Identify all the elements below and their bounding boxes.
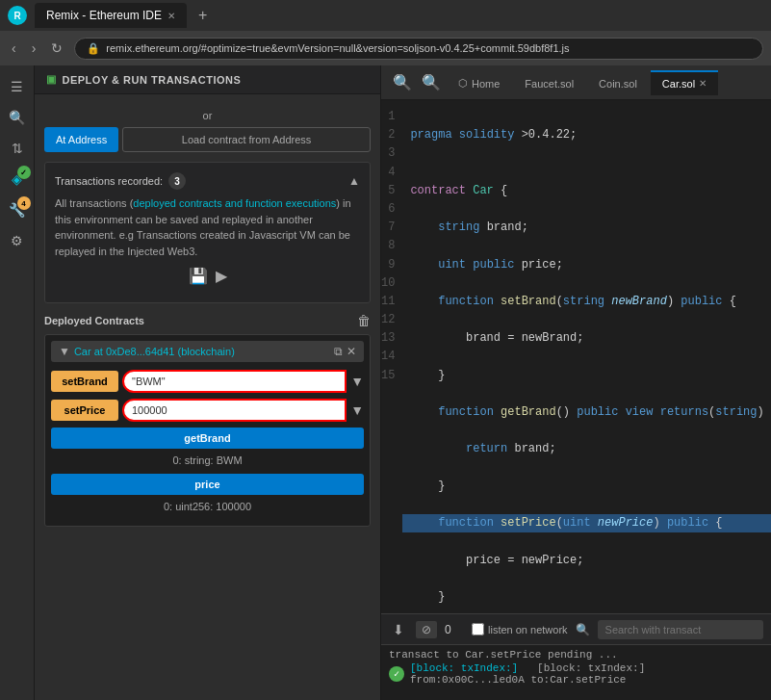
browser-tab-label: Remix - Ethereum IDE <box>46 9 162 22</box>
delete-all-contracts-icon[interactable]: 🗑 <box>357 313 371 328</box>
search-input[interactable] <box>598 620 763 639</box>
zoom-out-button[interactable]: 🔍 <box>418 71 445 93</box>
close-contract-button[interactable]: ✕ <box>347 345 356 358</box>
tab-faucet[interactable]: Faucet.sol <box>513 70 585 95</box>
listen-network-input[interactable] <box>472 623 484 635</box>
transactions-collapse-icon[interactable]: ▲ <box>348 174 360 188</box>
sidebar-item-files[interactable]: ☰ <box>4 73 31 100</box>
panel-body: or At Address Load contract from Address… <box>35 94 380 700</box>
contract-expand-icon[interactable]: ▼ <box>59 345 70 358</box>
zoom-in-button[interactable]: 🔍 <box>389 71 416 93</box>
tab-faucet-label: Faucet.sol <box>525 78 574 90</box>
transactions-actions: 💾 ▶ <box>55 267 360 285</box>
tab-coin-label: Coin.sol <box>599 78 637 90</box>
sidebar-item-settings[interactable]: ⚙ <box>4 227 31 254</box>
sidebar-item-deploy[interactable]: ◈ ✓ <box>4 166 31 193</box>
price-button[interactable]: price <box>51 474 364 495</box>
tab-car[interactable]: Car.sol ✕ <box>651 70 718 95</box>
setPrice-button[interactable]: setPrice <box>51 400 118 421</box>
deployed-contracts-header: Deployed Contracts 🗑 <box>44 313 371 328</box>
code-line-1: pragma solidity >0.4.22; <box>402 126 771 144</box>
getBrand-button[interactable]: getBrand <box>51 428 364 449</box>
code-line-13: price = newPrice; <box>402 552 771 570</box>
transactions-header: Transactions recorded: 3 ▲ <box>55 172 360 190</box>
code-line-12: function setPrice(uint newPrice) public … <box>402 514 771 532</box>
search-icon: 🔍 <box>576 623 590 636</box>
stop-button[interactable]: ⊘ <box>416 621 437 638</box>
bottom-toolbar: ⬇ ⊘ 0 listen on network 🔍 <box>381 614 771 645</box>
tab-coin[interactable]: Coin.sol <box>587 70 649 95</box>
save-transactions-icon[interactable]: 💾 <box>189 267 208 285</box>
code-line-5: uint public price; <box>402 256 771 274</box>
deploy-panel: ▣ DEPLOY & RUN TRANSACTIONS or At Addres… <box>35 65 381 700</box>
log-success-text: [block: txIndex:] [block: txIndex:] from… <box>410 662 763 686</box>
function-row-setPrice: setPrice ▼ <box>51 399 364 422</box>
transactions-count-badge: 3 <box>168 172 186 190</box>
transactions-body: All transactions (deployed contracts and… <box>55 195 360 259</box>
log-line-success: ✓ [block: txIndex:] [block: txIndex:] fr… <box>389 662 763 686</box>
address-bar: ‹ › ↻ 🔒 remix.ethereum.org/#optimize=tru… <box>0 31 771 65</box>
tab-car-label: Car.sol <box>662 78 695 90</box>
deployed-contracts-title: Deployed Contracts <box>44 315 144 326</box>
at-address-button[interactable]: At Address <box>44 127 118 152</box>
panel-header-icon: ▣ <box>46 73 57 86</box>
line-numbers: 12345 678910 1112131415 <box>381 100 402 613</box>
log-pending-text: transact to Car.setPrice pending ... <box>389 649 618 661</box>
code-line-7: brand = newBrand; <box>402 329 771 348</box>
main-layout: ☰ 🔍 ⇅ ◈ ✓ 🔧 4 ⚙ ▣ DEPLOY & RUN TRANSACTI… <box>0 65 771 700</box>
code-line-10: return brand; <box>402 440 771 458</box>
setPrice-input[interactable] <box>122 399 347 422</box>
url-box[interactable]: 🔒 remix.ethereum.org/#optimize=true&evmV… <box>74 38 763 60</box>
contract-header: ▼ Car at 0xDe8...64d41 (blockchain) ⧉ ✕ <box>51 341 364 362</box>
copy-contract-button[interactable]: ⧉ <box>334 345 343 358</box>
or-separator: or <box>44 110 371 121</box>
tx-count: 0 <box>445 623 464 636</box>
editor-area: 🔍 🔍 ⬡ Home Faucet.sol Coin.sol Car.sol ✕… <box>381 65 771 700</box>
sidebar-item-search[interactable]: 🔍 <box>4 104 31 131</box>
new-tab-button[interactable]: + <box>198 7 207 24</box>
sidebar-item-git[interactable]: ⇅ <box>4 135 31 162</box>
transactions-title: Transactions recorded: 3 <box>55 172 186 190</box>
reload-button[interactable]: ↻ <box>47 37 66 60</box>
function-row-getBrand: getBrand <box>51 428 364 449</box>
app-logo: R <box>8 6 27 25</box>
getBrand-result: 0: string: BWM <box>51 454 364 466</box>
tab-home[interactable]: ⬡ Home <box>447 69 511 95</box>
tab-car-close-icon[interactable]: ✕ <box>699 78 707 89</box>
editor-tabs: 🔍 🔍 ⬡ Home Faucet.sol Coin.sol Car.sol ✕ <box>381 65 771 100</box>
listen-network-checkbox[interactable]: listen on network <box>472 623 568 635</box>
setPrice-dropdown-icon[interactable]: ▼ <box>350 402 364 418</box>
debug-badge: 4 <box>17 196 31 210</box>
code-editor[interactable]: pragma solidity >0.4.22; contract Car { … <box>402 100 771 613</box>
browser-tab[interactable]: Remix - Ethereum IDE ✕ <box>35 3 187 28</box>
icon-sidebar: ☰ 🔍 ⇅ ◈ ✓ 🔧 4 ⚙ <box>0 65 35 700</box>
code-line-8: } <box>402 367 771 385</box>
listen-network-label: listen on network <box>488 624 568 635</box>
deploy-badge: ✓ <box>17 166 31 179</box>
bottom-log: transact to Car.setPrice pending ... ✓ [… <box>381 645 771 700</box>
forward-button[interactable]: › <box>28 37 40 60</box>
sidebar-item-debug[interactable]: 🔧 4 <box>4 196 31 223</box>
price-result: 0: uint256: 100000 <box>51 501 364 512</box>
play-transactions-icon[interactable]: ▶ <box>216 267 227 285</box>
load-contract-button[interactable]: Load contract from Address <box>122 127 371 152</box>
bottom-arrow-button[interactable]: ⬇ <box>389 620 408 639</box>
function-row-setBrand: setBrand ▼ <box>51 370 364 393</box>
transactions-highlight: deployed contracts and function executio… <box>133 197 336 209</box>
at-address-row: At Address Load contract from Address <box>44 127 371 152</box>
function-row-price: price <box>51 474 364 495</box>
back-button[interactable]: ‹ <box>8 37 20 60</box>
browser-tab-close[interactable]: ✕ <box>167 11 175 21</box>
title-bar: R Remix - Ethereum IDE ✕ + <box>0 0 771 31</box>
transactions-section: Transactions recorded: 3 ▲ All transacti… <box>44 162 371 303</box>
tab-home-label: Home <box>472 78 500 90</box>
setBrand-input[interactable] <box>122 370 347 393</box>
setBrand-dropdown-icon[interactable]: ▼ <box>350 374 364 389</box>
lock-icon: 🔒 <box>87 42 100 55</box>
bottom-panel: ⬇ ⊘ 0 listen on network 🔍 transact to Ca… <box>381 613 771 700</box>
code-line-14: } <box>402 588 771 607</box>
code-line-6: function setBrand(string newBrand) publi… <box>402 293 771 311</box>
setBrand-button[interactable]: setBrand <box>51 371 118 392</box>
contract-box: ▼ Car at 0xDe8...64d41 (blockchain) ⧉ ✕ … <box>44 334 371 527</box>
code-area: 12345 678910 1112131415 pragma solidity … <box>381 100 771 613</box>
